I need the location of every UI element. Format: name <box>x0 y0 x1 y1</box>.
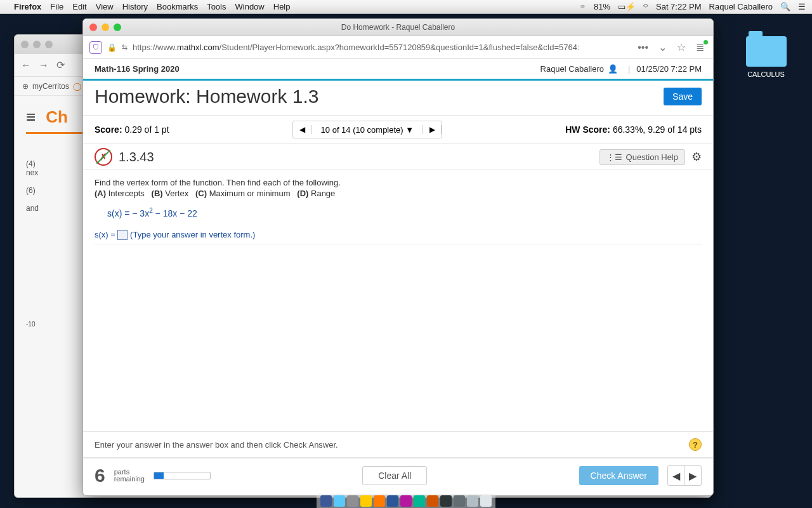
question-body: Find the vertex form of the function. Th… <box>83 170 713 431</box>
star-icon[interactable]: ☆ <box>674 41 688 53</box>
url-bar-row: ⛉ 🔒 ⇆ https://www.mathxl.com/Student/Pla… <box>83 36 713 59</box>
reload-icon[interactable]: ⟳ <box>56 59 65 71</box>
maximize-icon[interactable] <box>114 23 121 31</box>
url-bar[interactable]: https://www.mathxl.com/Student/PlayerHom… <box>133 43 630 52</box>
gear-icon[interactable]: ⚙ <box>691 150 702 164</box>
menu-history[interactable]: History <box>122 2 148 11</box>
bg-traffic-close[interactable] <box>21 41 29 48</box>
bg-traffic-min[interactable] <box>33 41 41 48</box>
dock-app-12[interactable] <box>467 495 478 507</box>
question-help-button[interactable]: ⋮☰Question Help <box>599 149 685 165</box>
dock-app-7[interactable] <box>400 495 412 507</box>
desktop-folder-calculus[interactable]: CALCULUS <box>742 36 790 78</box>
dock-app-5[interactable] <box>374 495 385 507</box>
bluetooth-icon[interactable]: ⚭ <box>579 2 586 11</box>
minimize-icon[interactable] <box>102 23 109 31</box>
back-icon[interactable]: ← <box>21 60 31 71</box>
question-header: ✗ 1.3.43 ⋮☰Question Help ⚙ <box>83 144 713 170</box>
dock-app-1[interactable] <box>320 495 332 507</box>
enter-hint: Enter your answer in the answer box and … <box>95 440 338 450</box>
menubar-clock[interactable]: Sat 7:22 PM <box>656 2 702 11</box>
list-icon: ⋮☰ <box>606 152 622 162</box>
menu-tools[interactable]: Tools <box>207 2 226 11</box>
student-name: Raquel Caballero <box>540 64 604 74</box>
menu-edit[interactable]: Edit <box>72 2 86 11</box>
folder-label: CALCULUS <box>742 70 790 78</box>
footer-nav: ◀ ▶ <box>667 465 702 486</box>
spotlight-icon[interactable]: 🔍 <box>780 2 790 11</box>
course-bar: Math-116 Spring 2020 Raquel Caballero 👤 … <box>83 59 713 81</box>
fg-titlebar[interactable]: Do Homework - Raquel Caballero <box>83 19 713 36</box>
dock-app-2[interactable] <box>334 495 345 507</box>
menu-view[interactable]: View <box>96 2 114 11</box>
check-answer-button[interactable]: Check Answer <box>579 466 658 485</box>
url-path: /Student/PlayerHomework.aspx?homeworkId=… <box>219 43 580 52</box>
window-title: Do Homework - Raquel Caballero <box>83 23 713 32</box>
hw-title-row: Homework: Homework 1.3 Save <box>83 81 713 116</box>
dock-app-10[interactable] <box>440 495 452 507</box>
divider: | <box>628 64 630 74</box>
save-button[interactable]: Save <box>664 88 702 105</box>
menu-help[interactable]: Help <box>273 2 291 11</box>
pocket-icon[interactable]: ⌄ <box>656 41 669 53</box>
parts-label: partsremaining <box>114 469 145 483</box>
hamburger-icon[interactable]: ≡ <box>26 107 36 127</box>
battery-percent: 81% <box>594 2 610 11</box>
hint-row: Enter your answer in the answer box and … <box>83 431 713 457</box>
mac-menubar: Firefox File Edit View History Bookmarks… <box>0 0 812 14</box>
question-instruction: Find the vertex form of the function. Th… <box>95 178 702 187</box>
dock-app-9[interactable] <box>427 495 438 507</box>
dock-app-6[interactable] <box>387 495 398 507</box>
score-value: 0.29 of 1 pt <box>124 124 169 135</box>
close-icon[interactable] <box>89 23 97 31</box>
course-name: Math-116 Spring 2020 <box>95 64 180 74</box>
dock-app-8[interactable] <box>414 495 425 507</box>
url-domain: mathxl.com <box>177 43 219 52</box>
url-prefix: https://www. <box>133 43 177 52</box>
hw-title: Homework: Homework 1.3 <box>95 86 318 107</box>
lock-icon[interactable]: 🔒 <box>107 43 117 52</box>
progress-bar <box>154 472 211 479</box>
forward-icon[interactable]: → <box>39 60 49 71</box>
bg-traffic-max[interactable] <box>45 41 53 48</box>
folder-icon <box>746 36 787 67</box>
menu-bookmarks[interactable]: Bookmarks <box>157 2 198 11</box>
prev-question-button[interactable]: ◀ <box>293 125 312 134</box>
dock-app-3[interactable] <box>347 495 358 507</box>
user-icon: 👤 <box>608 64 618 74</box>
menu-icon[interactable]: ☰ <box>798 2 806 11</box>
question-position[interactable]: 10 of 14 (10 complete) ▼ <box>312 125 423 135</box>
question-nav: ◀ 10 of 14 (10 complete) ▼ ▶ <box>292 121 443 138</box>
help-icon[interactable]: ? <box>689 438 702 451</box>
shield-icon[interactable]: ⛉ <box>89 41 102 54</box>
globe-icon: ⊕ <box>22 82 29 91</box>
hwscore-value: 66.33%, 9.29 of 14 pts <box>613 124 702 135</box>
footer-prev-button[interactable]: ◀ <box>668 466 684 485</box>
dock-app-13[interactable] <box>480 495 492 507</box>
extension-icon[interactable]: ≣ <box>693 41 707 53</box>
menu-app[interactable]: Firefox <box>14 2 41 11</box>
clear-all-button[interactable]: Clear All <box>362 466 427 485</box>
answer-input[interactable] <box>117 230 128 240</box>
score-row: Score: 0.29 of 1 pt ◀ 10 of 14 (10 compl… <box>83 116 713 144</box>
dock-app-4[interactable] <box>360 495 372 507</box>
bookmark-mycerritos[interactable]: myCerritos <box>32 82 69 91</box>
dock[interactable] <box>317 494 495 508</box>
question-number: 1.3.43 <box>119 150 154 164</box>
menu-window[interactable]: Window <box>235 2 265 11</box>
menu-file[interactable]: File <box>50 2 63 11</box>
dock-app-11[interactable] <box>454 495 465 507</box>
desktop: CALCULUS ← → ⟳ ⊕ myCerritos ◯ ≡ Ch (4) <box>0 14 812 508</box>
next-question-button[interactable]: ▶ <box>422 125 442 134</box>
footer-next-button[interactable]: ▶ <box>684 466 701 485</box>
permissions-icon[interactable]: ⇆ <box>122 43 128 51</box>
hwscore-label: HW Score: <box>565 124 610 135</box>
menubar-user[interactable]: Raquel Caballero <box>709 2 773 11</box>
wifi-icon[interactable]: ⌔ <box>643 2 648 11</box>
brand-text: Ch <box>46 107 68 127</box>
footer: 6 partsremaining Clear All Check Answer … <box>83 457 713 495</box>
equation: s(x) = − 3x2 − 18x − 22 <box>95 207 702 218</box>
battery-icon[interactable]: ▭⚡ <box>618 2 636 11</box>
score-badge-icon: ✗ <box>95 148 112 166</box>
ellipsis-icon[interactable]: ••• <box>635 42 651 53</box>
